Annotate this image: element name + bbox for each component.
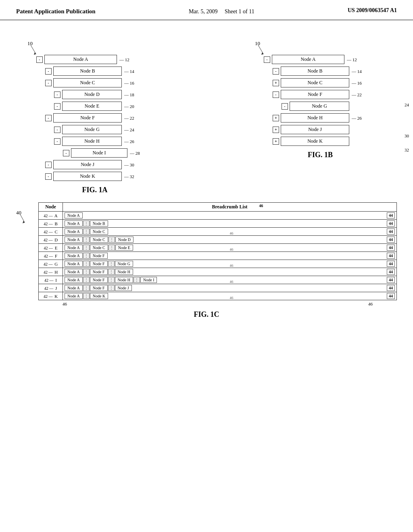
fig1a-nodeC-box: Node C xyxy=(53,78,122,87)
fig1b-nodeB-box: Node B xyxy=(281,66,349,76)
fig1b-nodeA-toggle[interactable]: - xyxy=(264,56,270,63)
ref42-indicator: 42 — xyxy=(44,238,53,242)
breadcrumb-item-NodeF: Node F xyxy=(90,277,108,283)
fig1a-nodeD-toggle[interactable]: - xyxy=(54,91,60,98)
ref44-end: 44 xyxy=(387,293,395,299)
fig1b-nodeG-toggle[interactable]: - xyxy=(282,103,288,110)
breadcrumb-item-NodeH: Node H xyxy=(115,269,133,275)
ref42-indicator: 42 — xyxy=(44,270,53,274)
fig1a-nodeB-toggle[interactable]: - xyxy=(45,68,52,75)
fig1a-nodeE-toggle[interactable]: - xyxy=(54,103,60,110)
breadcrumb-item-NodeC: Node C xyxy=(90,245,108,251)
fig1b-nodeF-toggle[interactable]: - xyxy=(273,91,279,98)
fig1a-nodeC-toggle[interactable]: - xyxy=(45,80,52,86)
fig1c-table: Node Breadcrumb List 46 42 — ANode A4442… xyxy=(38,202,397,300)
col-node-header: Node xyxy=(39,203,63,212)
breadcrumb-sep: ⋮ xyxy=(108,269,115,275)
fig1c-arrow40 xyxy=(20,214,28,226)
fig1c-row-E: 42 — ENode A⋮Node C⋮Node E4446 xyxy=(39,244,397,252)
figures-top-row: 10 - Node A — 12 - Node B — 14 xyxy=(16,40,397,194)
fig1b-nodeB-toggle[interactable]: - xyxy=(273,68,279,75)
breadcrumb-item-NodeA: Node A xyxy=(65,269,83,275)
breadcrumb-sep: ⋮ xyxy=(83,245,90,251)
fig1a-nodeJ-box: Node J xyxy=(53,160,122,169)
ref42-indicator: 42 — xyxy=(44,278,54,283)
fig1c-row-B: 42 — BNode A⋮Node B44 xyxy=(39,220,397,228)
fig1a-nodeF-box: Node F xyxy=(53,113,122,123)
fig1a-nodeC-row: - Node C — 16 xyxy=(45,78,173,87)
fig1c-breadcrumb-G: Node A⋮Node F⋮Node G4446 xyxy=(63,260,397,268)
breadcrumb-sep: ⋮ xyxy=(83,220,90,227)
breadcrumb-item-NodeF: Node F xyxy=(90,269,108,275)
fig1c-breadcrumb-I: Node A⋮Node F⋮Node H⋮Node I4446 xyxy=(63,276,397,284)
fig1a-ref22: — 22 xyxy=(124,116,134,121)
fig1a-nodeB-row: - Node B — 14 xyxy=(45,66,173,76)
fig1c-breadcrumb-B: Node A⋮Node B44 xyxy=(63,220,397,228)
fig1a-nodeF-toggle[interactable]: - xyxy=(45,115,52,121)
fig1a-nodeA-row: - Node A — 12 xyxy=(36,55,173,64)
fig1a-nodeI-row: - Node I — 28 xyxy=(63,148,173,158)
breadcrumb-sep: ⋮ xyxy=(83,293,90,299)
fig1b-ref32-line: 32 xyxy=(405,148,409,152)
fig1a-ref32: — 32 xyxy=(124,174,134,179)
fig1c-row-D: 42 — DNode A⋮Node C⋮Node D44 xyxy=(39,236,397,244)
breadcrumb-item-NodeE: Node E xyxy=(115,245,133,251)
fig1c-bottom-ref46b: 46 xyxy=(368,301,373,306)
fig1b-nodes: - Node A — 12 - Node B — 14 + Node C — 1… xyxy=(264,55,397,146)
page-header: Patent Application Publication Mar. 5, 2… xyxy=(0,0,413,20)
fig1a-nodeA-toggle[interactable]: - xyxy=(36,56,43,63)
fig1b-nodeB-row: - Node B — 14 xyxy=(273,66,397,76)
fig1a-nodeI-toggle[interactable]: - xyxy=(63,150,69,156)
breadcrumb-sep: ⋮ xyxy=(83,237,90,243)
header-title: Patent Application Publication xyxy=(16,7,96,16)
breadcrumb-item-NodeJ: Node J xyxy=(115,285,132,291)
fig1b-nodeG-box: Node G xyxy=(290,102,349,111)
breadcrumb-sep: ⋮ xyxy=(108,245,115,251)
fig1c-breadcrumb-J: Node A⋮Node F⋮Node J44 xyxy=(63,284,397,292)
fig1a-ref14: — 14 xyxy=(124,69,134,74)
fig1b-nodeH-toggle[interactable]: + xyxy=(273,115,279,121)
fig1a-nodeK-row: - Node K — 32 xyxy=(45,172,173,181)
breadcrumb-item-NodeC: Node C xyxy=(90,229,108,235)
fig1b-nodeJ-box: Node J xyxy=(281,125,349,134)
breadcrumb-sep: ⋮ xyxy=(83,269,90,275)
fig1c-row-label-F: 42 — F xyxy=(39,252,63,260)
fig1b-nodeA-row: - Node A — 12 xyxy=(264,55,397,64)
fig1b-nodeK-toggle[interactable]: + xyxy=(273,138,279,145)
fig1b-ref24-line: 24 xyxy=(405,102,409,107)
fig1c-breadcrumb-F: Node A⋮Node F44 xyxy=(63,252,397,260)
breadcrumb-item-NodeA: Node A xyxy=(65,277,83,283)
fig1b-ref14: — 14 xyxy=(352,69,362,74)
ref44-end: 44 xyxy=(387,261,395,267)
breadcrumb-sep: ⋮ xyxy=(83,285,90,291)
fig1a-nodeG-toggle[interactable]: - xyxy=(54,127,60,133)
breadcrumb-items-A: Node A44 xyxy=(65,212,395,218)
fig1b-nodeJ-toggle[interactable]: + xyxy=(273,127,279,133)
fig1b-nodeJ-row: + Node J xyxy=(273,125,397,134)
breadcrumb-sep: ⋮ xyxy=(83,229,90,235)
fig1a-nodeK-box: Node K xyxy=(53,172,122,181)
svg-line-0 xyxy=(31,45,35,53)
fig1a-nodeH-toggle[interactable]: - xyxy=(54,138,60,145)
fig1c-breadcrumb-K: Node A⋮Node K4446 xyxy=(63,292,397,300)
fig1a-ref12: — 12 xyxy=(119,57,129,62)
fig1a-ref24: — 24 xyxy=(124,127,134,132)
fig1b-nodeF-box: Node F xyxy=(281,90,349,99)
breadcrumb-items-J: Node A⋮Node F⋮Node J44 xyxy=(65,285,395,291)
fig1a-nodeE-box: Node E xyxy=(62,102,122,111)
fig1c-row-label-J: 42 — J xyxy=(39,284,63,292)
fig1a-nodeK-toggle[interactable]: - xyxy=(45,173,52,180)
fig1a-nodeF-row: - Node F — 22 xyxy=(45,113,173,123)
fig1a-nodeJ-toggle[interactable]: - xyxy=(45,162,52,168)
fig1a-nodeH-row: - Node H — 26 xyxy=(54,137,173,146)
ref46-row-C: 46 xyxy=(230,231,234,235)
breadcrumb-item-NodeA: Node A xyxy=(65,212,83,218)
breadcrumb-item-NodeA: Node A xyxy=(65,220,83,227)
svg-line-2 xyxy=(258,45,263,53)
fig1a-nodes: - Node A — 12 - Node B — 14 - Node C — 1… xyxy=(36,55,173,181)
ref42-indicator: 42 — xyxy=(44,222,53,226)
fig1b-nodeC-toggle[interactable]: + xyxy=(273,80,279,86)
fig1c-bottom-refs: 46 46 xyxy=(38,301,397,306)
fig1c-breadcrumb-H: Node A⋮Node F⋮Node H44 xyxy=(63,268,397,276)
breadcrumb-items-B: Node A⋮Node B44 xyxy=(65,220,395,227)
